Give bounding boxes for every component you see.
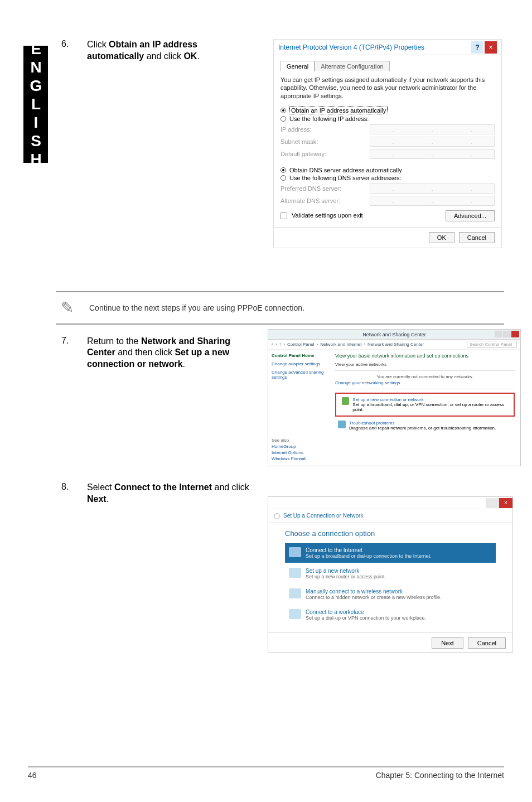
status-text: You are currently not connected to any n…	[335, 374, 515, 379]
ipv4-properties-dialog: Internet Protocol Version 4 (TCP/IPv4) P…	[273, 39, 502, 248]
option-setup-connection[interactable]: Set up a new connection or network Set u…	[339, 395, 511, 414]
up-arrow-icon[interactable]: ↑	[279, 342, 281, 347]
t: Return to the	[87, 336, 141, 346]
back-icon[interactable]: ◯	[274, 513, 280, 519]
opt-title: Set up a new network	[306, 568, 386, 574]
radio-use-ip[interactable]: Use the following IP address:	[280, 115, 495, 122]
maximize-button[interactable]	[503, 331, 511, 337]
opt-title: Connect to the Internet	[306, 547, 432, 553]
option-setup-new-network[interactable]: Set up a new networkSet up a new router …	[285, 564, 496, 583]
nav-fwd-icon[interactable]: ›	[275, 342, 277, 347]
page-footer: 46 Chapter 5: Connecting to the Internet	[28, 766, 504, 780]
nav-back-icon[interactable]: ‹	[272, 342, 273, 347]
step-number: 6.	[61, 39, 87, 62]
pencil-icon: ✎	[56, 297, 78, 319]
link-homegroup[interactable]: HomeGroup	[272, 444, 306, 449]
dialog-description: You can get IP settings assigned automat…	[280, 76, 495, 100]
sidebar-adapter-settings[interactable]: Change adapter settings	[272, 361, 326, 366]
radio-label: Use the following IP address:	[289, 115, 369, 122]
cancel-button[interactable]: Cancel	[468, 637, 506, 649]
field-preferred-dns: Preferred DNS server: ...	[280, 183, 495, 194]
radio-icon	[280, 108, 286, 113]
t: Click	[87, 40, 109, 49]
crumb-sep: ›	[364, 342, 365, 347]
t: and then click	[115, 347, 175, 357]
radio-icon	[280, 175, 286, 181]
opt-desc: Connect to a hidden network or create a …	[306, 595, 442, 600]
validate-checkbox[interactable]: Validate settings upon exit	[280, 212, 363, 219]
field-label: Default gateway:	[280, 151, 370, 157]
main-heading: View your basic network information and …	[335, 353, 515, 359]
radio-obtain-dns-auto[interactable]: Obtain DNS server address automatically	[280, 167, 495, 173]
radio-use-dns[interactable]: Use the following DNS server addresses:	[280, 175, 495, 181]
opt-desc: Set up a dial-up or VPN connection to yo…	[306, 615, 426, 621]
option-manual-wireless[interactable]: Manually connect to a wireless networkCo…	[285, 584, 496, 604]
opt-title: Connect to a workplace	[306, 609, 426, 615]
option-title: Troubleshoot problems	[349, 421, 496, 426]
radio-label: Use the following DNS server addresses:	[289, 175, 402, 181]
ip-input[interactable]: ...	[370, 124, 495, 134]
cancel-button[interactable]: Cancel	[459, 232, 495, 243]
link-internet-options[interactable]: Internet Options	[272, 450, 306, 455]
option-desc: Set up a broadband, dial-up, or VPN conn…	[352, 402, 508, 412]
gw-input[interactable]: ...	[370, 149, 495, 159]
page-number: 46	[28, 771, 37, 780]
breadcrumb: ‹ › ↑ › Control Panel › Network and Inte…	[268, 340, 520, 350]
b: Next	[87, 494, 107, 504]
minimize-button[interactable]	[486, 498, 499, 508]
field-label: Subnet mask:	[280, 138, 370, 145]
option-connect-workplace[interactable]: Connect to a workplaceSet up a dial-up o…	[285, 605, 496, 625]
dialog-title: Internet Protocol Version 4 (TCP/IPv4) P…	[278, 44, 424, 51]
wizard-heading: Choose a connection option	[285, 529, 496, 538]
advanced-button[interactable]: Advanced...	[446, 210, 495, 221]
sidebar-sharing-settings[interactable]: Change advanced sharing settings	[272, 370, 326, 380]
checkbox-label: Validate settings upon exit	[292, 212, 363, 219]
t: and click	[144, 51, 183, 61]
step-text: Click Obtain an IP address automatically…	[87, 39, 243, 62]
main-content: View your basic network information and …	[330, 350, 520, 466]
change-settings-heading: Change your networking settings	[335, 380, 515, 385]
crumb-sep: ›	[317, 342, 318, 347]
crumb-item[interactable]: Control Panel	[287, 342, 314, 347]
crumb-sep: ›	[283, 342, 285, 347]
window-title: Network and Sharing Center	[362, 332, 426, 337]
mask-input[interactable]: ...	[370, 137, 495, 147]
search-input[interactable]: Search Control Panel	[467, 341, 517, 348]
close-button[interactable]	[511, 331, 519, 337]
tab-general[interactable]: General	[280, 61, 315, 71]
crumb-item[interactable]: Network and Internet	[320, 342, 361, 347]
link-windows-firewall[interactable]: Windows Firewall	[272, 456, 306, 461]
tab-alternate[interactable]: Alternate Configuration	[315, 61, 390, 71]
help-button[interactable]: ?	[471, 41, 483, 54]
field-mask: Subnet mask: ...	[280, 137, 495, 147]
window-titlebar: ×	[268, 497, 512, 509]
step-number: 7.	[61, 336, 87, 370]
wireless-icon	[289, 588, 301, 598]
t: and click	[212, 482, 249, 492]
ok-button[interactable]: OK	[429, 232, 454, 243]
router-icon	[289, 568, 301, 578]
dialog-titlebar: Internet Protocol Version 4 (TCP/IPv4) P…	[274, 40, 501, 55]
field-alternate-dns: Alternate DNS server: ...	[280, 196, 495, 206]
option-connect-internet[interactable]: Connect to the InternetSet up a broadban…	[285, 543, 496, 563]
tabs: General Alternate Configuration	[280, 61, 495, 71]
option-setup-connection-highlight: Set up a new connection or network Set u…	[335, 393, 515, 417]
see-also: See also HomeGroup Internet Options Wind…	[272, 437, 306, 462]
radio-obtain-ip-auto[interactable]: Obtain an IP address automatically	[280, 107, 495, 114]
close-button[interactable]: ×	[485, 41, 497, 54]
minimize-button[interactable]	[495, 331, 502, 337]
troubleshoot-icon	[338, 421, 346, 428]
field-gw: Default gateway: ...	[280, 149, 495, 159]
sub-heading: View your active networks	[335, 362, 515, 367]
pdns-input[interactable]: ...	[370, 183, 495, 194]
adns-input[interactable]: ...	[370, 196, 495, 206]
next-button[interactable]: Next	[432, 637, 463, 649]
sidebar-home[interactable]: Control Panel Home	[272, 353, 326, 358]
option-troubleshoot[interactable]: Troubleshoot problems Diagnose and repai…	[335, 419, 515, 432]
field-label: Alternate DNS server:	[280, 197, 370, 204]
step-text: Return to the Network and Sharing Center…	[87, 336, 243, 370]
close-button[interactable]: ×	[499, 498, 512, 508]
globe-icon	[289, 547, 301, 557]
workplace-icon	[289, 609, 301, 619]
crumb-item[interactable]: Network and Sharing Center	[367, 342, 424, 347]
